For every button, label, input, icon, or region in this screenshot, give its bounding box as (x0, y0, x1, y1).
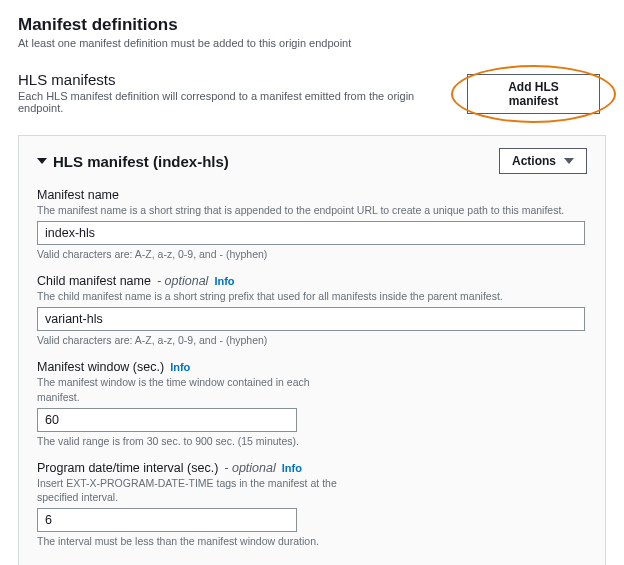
child-manifest-input[interactable] (37, 307, 585, 331)
manifest-window-label: Manifest window (sec.) (37, 360, 164, 374)
panel-title-text: HLS manifest (index-hls) (53, 153, 229, 170)
info-link[interactable]: Info (282, 462, 302, 474)
pdt-interval-input[interactable] (37, 508, 297, 532)
hls-manifests-subtitle: Each HLS manifest definition will corres… (18, 90, 461, 114)
actions-button[interactable]: Actions (499, 148, 587, 174)
manifest-name-label: Manifest name (37, 188, 119, 202)
manifest-name-hint: Valid characters are: A-Z, a-z, 0-9, and… (37, 248, 587, 260)
child-manifest-desc: The child manifest name is a short strin… (37, 289, 587, 303)
pdt-interval-label: Program date/time interval (sec.) (37, 461, 218, 475)
chevron-down-icon (37, 158, 47, 164)
manifest-window-desc: The manifest window is the time window c… (37, 375, 337, 403)
panel-toggle[interactable]: HLS manifest (index-hls) (37, 153, 229, 170)
manifest-window-hint: The valid range is from 30 sec. to 900 s… (37, 435, 587, 447)
page-subtitle: At least one manifest definition must be… (18, 37, 606, 49)
chevron-down-icon (564, 158, 574, 164)
hls-manifests-heading: HLS manifests (18, 71, 461, 88)
manifest-window-input[interactable] (37, 408, 297, 432)
child-manifest-label: Child manifest name (37, 274, 151, 288)
pdt-interval-hint: The interval must be less than the manif… (37, 535, 587, 547)
manifest-name-input[interactable] (37, 221, 585, 245)
info-link[interactable]: Info (214, 275, 234, 287)
manifest-name-desc: The manifest name is a short string that… (37, 203, 587, 217)
page-title: Manifest definitions (18, 15, 606, 35)
hls-manifest-panel: HLS manifest (index-hls) Actions Manifes… (18, 135, 606, 565)
add-hls-manifest-button[interactable]: Add HLS manifest (467, 74, 600, 114)
pdt-interval-desc: Insert EXT-X-PROGRAM-DATE-TIME tags in t… (37, 476, 357, 504)
pdt-interval-optional: - optional (224, 461, 275, 475)
child-manifest-hint: Valid characters are: A-Z, a-z, 0-9, and… (37, 334, 587, 346)
info-link[interactable]: Info (170, 361, 190, 373)
actions-label: Actions (512, 154, 556, 168)
child-manifest-optional: - optional (157, 274, 208, 288)
